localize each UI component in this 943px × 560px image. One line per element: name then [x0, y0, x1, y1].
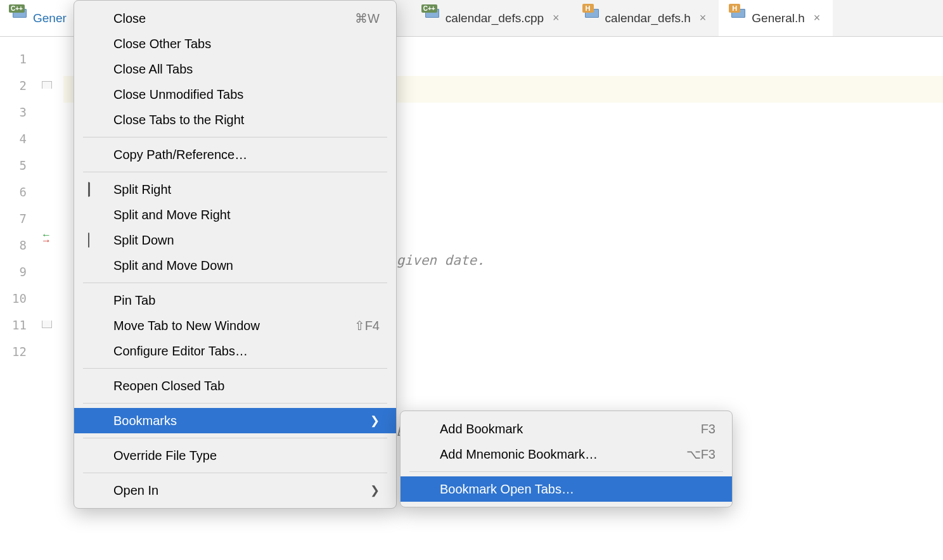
menu-item-close[interactable]: Close ⌘W: [74, 6, 396, 31]
menu-label: Add Bookmark: [440, 422, 701, 436]
line-number: 9: [0, 258, 38, 285]
menu-item-reopen-closed[interactable]: Reopen Closed Tab: [74, 373, 396, 398]
menu-label: Split Down: [113, 233, 380, 248]
line-number: 7: [0, 205, 38, 232]
cpp-file-icon: [423, 11, 439, 25]
tab-calendar-defs-h[interactable]: calendar_defs.h ×: [572, 0, 719, 36]
split-down-icon: [88, 233, 105, 247]
menu-shortcut: ⇧F4: [354, 318, 380, 333]
menu-label: Bookmarks: [113, 414, 370, 428]
line-number: 6: [0, 179, 38, 205]
line-number: 3: [0, 99, 38, 125]
line-number: 5: [0, 152, 38, 179]
menu-separator: [83, 172, 387, 172]
menu-label: Split and Move Right: [113, 208, 380, 222]
code-line: [63, 532, 943, 559]
line-number: 1: [0, 46, 38, 72]
menu-item-bookmarks[interactable]: Bookmarks ❯: [74, 408, 396, 433]
menu-item-close-others[interactable]: Close Other Tabs: [74, 31, 396, 56]
h-file-icon: [582, 11, 599, 25]
menu-shortcut: ⌘W: [355, 11, 380, 26]
line-number: 11: [0, 312, 38, 338]
bookmarks-submenu: Add Bookmark F3 Add Mnemonic Bookmark… ⌥…: [400, 410, 733, 507]
menu-label: Pin Tab: [113, 293, 380, 308]
menu-label: Close Tabs to the Right: [113, 113, 380, 127]
cpp-file-icon: [10, 11, 27, 25]
diff-marker: ← →: [38, 232, 63, 258]
tab-calendar-defs-cpp[interactable]: calendar_defs.cpp ×: [413, 0, 572, 36]
menu-separator: [83, 368, 387, 369]
menu-item-override-file-type[interactable]: Override File Type: [74, 443, 396, 468]
tab-label: calendar_defs.h: [605, 11, 691, 25]
menu-label: Add Mnemonic Bookmark…: [440, 447, 686, 462]
tab-context-menu: Close ⌘W Close Other Tabs Close All Tabs…: [74, 0, 397, 509]
chevron-right-icon: ❯: [370, 414, 380, 428]
tab-general-cpp[interactable]: Gener: [0, 0, 77, 36]
fold-marker-bottom[interactable]: [38, 312, 63, 338]
menu-item-split-down[interactable]: Split Down: [74, 227, 396, 253]
line-number: 12: [0, 338, 38, 365]
tab-label: Gener: [33, 11, 67, 25]
split-right-icon: [88, 182, 105, 196]
tab-label: calendar_defs.cpp: [446, 11, 544, 25]
submenu-item-bookmark-open-tabs[interactable]: Bookmark Open Tabs…: [401, 476, 732, 502]
line-number: 2: [0, 72, 38, 99]
menu-shortcut: F3: [701, 422, 715, 436]
menu-separator: [83, 283, 387, 283]
h-file-icon: [729, 11, 745, 25]
menu-label: Open In: [113, 483, 370, 498]
gutter-markers: ← →: [38, 37, 63, 560]
submenu-item-add-bookmark[interactable]: Add Bookmark F3: [401, 416, 732, 442]
tab-label: General.h: [752, 11, 804, 25]
menu-item-pin-tab[interactable]: Pin Tab: [74, 288, 396, 313]
menu-label: Move Tab to New Window: [113, 319, 354, 333]
fold-marker-top[interactable]: [38, 72, 63, 99]
menu-separator: [83, 403, 387, 404]
menu-item-close-all[interactable]: Close All Tabs: [74, 56, 396, 82]
line-number: 8: [0, 232, 38, 258]
menu-item-close-unmodified[interactable]: Close Unmodified Tabs: [74, 82, 396, 107]
close-icon[interactable]: ×: [811, 11, 823, 25]
close-icon[interactable]: ×: [550, 11, 562, 25]
tab-general-h[interactable]: General.h ×: [719, 0, 833, 36]
menu-label: Split and Move Down: [113, 258, 380, 273]
menu-label: Split Right: [113, 182, 380, 197]
menu-label: Close Unmodified Tabs: [113, 87, 380, 102]
menu-label: Configure Editor Tabs…: [113, 344, 380, 359]
menu-separator: [83, 137, 387, 137]
diff-arrows-icon: ← →: [41, 232, 51, 243]
line-number: 4: [0, 125, 38, 152]
menu-item-configure-tabs[interactable]: Configure Editor Tabs…: [74, 338, 396, 364]
line-number-gutter: 1 2 3 4 5 6 7 8 9 10 11 12: [0, 37, 38, 560]
menu-label: Close: [113, 11, 355, 26]
menu-item-copy-path[interactable]: Copy Path/Reference…: [74, 142, 396, 167]
menu-shortcut: ⌥F3: [686, 447, 715, 462]
menu-item-open-in[interactable]: Open In ❯: [74, 478, 396, 503]
menu-label: Override File Type: [113, 449, 380, 463]
close-icon[interactable]: ×: [697, 11, 709, 25]
menu-item-split-right[interactable]: Split Right: [74, 177, 396, 202]
menu-item-split-move-right[interactable]: Split and Move Right: [74, 202, 396, 227]
menu-separator: [409, 471, 723, 472]
menu-label: Close All Tabs: [113, 62, 380, 77]
menu-label: Close Other Tabs: [113, 37, 380, 51]
menu-label: Reopen Closed Tab: [113, 379, 380, 393]
menu-separator: [83, 438, 387, 438]
menu-item-split-move-down[interactable]: Split and Move Down: [74, 253, 396, 278]
menu-item-move-new-window[interactable]: Move Tab to New Window ⇧F4: [74, 313, 396, 338]
menu-separator: [83, 473, 387, 473]
menu-item-close-right[interactable]: Close Tabs to the Right: [74, 107, 396, 132]
menu-label: Bookmark Open Tabs…: [440, 482, 715, 497]
submenu-item-add-mnemonic[interactable]: Add Mnemonic Bookmark… ⌥F3: [401, 442, 732, 467]
line-number: 10: [0, 285, 38, 312]
chevron-right-icon: ❯: [370, 483, 380, 497]
menu-label: Copy Path/Reference…: [113, 148, 380, 162]
